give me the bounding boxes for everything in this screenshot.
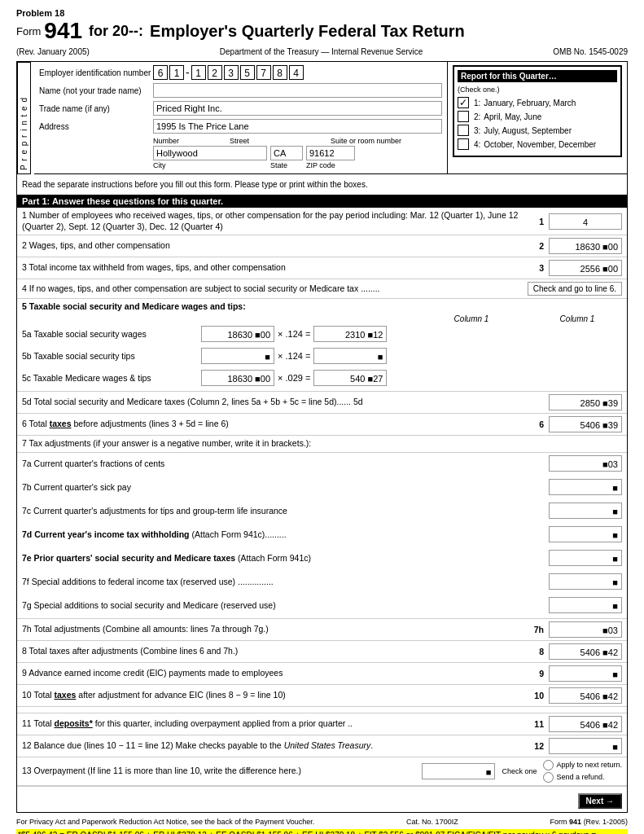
line12-ustreasury: United States Treasury xyxy=(284,740,371,750)
line7g-inner: 7g Special additions to social security … xyxy=(22,597,622,613)
zip-input[interactable] xyxy=(306,146,355,160)
line5b-row: 5b Taxable social security tips ■ × .124… xyxy=(17,345,627,367)
line12-text: 12 Balance due (lines 10 − 11 = line 12)… xyxy=(22,740,528,752)
line9-value: ■ xyxy=(549,665,622,682)
line3-num: 3 xyxy=(532,263,544,273)
preprinted-label: P r e p r i n t e d xyxy=(17,62,31,174)
line5a-col2: 2310 ■12 xyxy=(313,326,387,342)
quarter-row-2: 2: April, May, June xyxy=(458,111,617,122)
line5c-label: 5c Taxable Medicare wages & tips xyxy=(22,373,201,383)
line7f-label: 7f Special additions to federal income t… xyxy=(22,577,549,586)
line7e-bold: 7e Prior quarters' social security and M… xyxy=(22,553,235,563)
line5-header-text: 5 Taxable social security and Medicare w… xyxy=(22,301,246,311)
suite-label: Suite or room number xyxy=(331,137,401,145)
q3-num: 3: xyxy=(474,126,480,135)
ein-digit-8: 8 xyxy=(273,65,287,80)
line13-value: ■ xyxy=(422,763,495,779)
line8-text: 8 Total taxes after adjustments (Combine… xyxy=(22,646,528,657)
address-input[interactable] xyxy=(153,119,442,134)
next-button[interactable]: Next → xyxy=(578,793,622,809)
checkbox-q3[interactable] xyxy=(458,125,469,136)
line9-num: 9 xyxy=(532,669,544,678)
line8-value: 5406 ■42 xyxy=(549,643,622,660)
city-input[interactable] xyxy=(153,146,267,160)
footer-rev: (Rev. 1-2005) xyxy=(584,818,628,826)
checkbox-q1[interactable]: ✓ xyxy=(458,97,469,108)
line5d-row: 5d Total social security and Medicare ta… xyxy=(17,392,627,414)
line7d-value: ■ xyxy=(549,526,622,542)
address-city-row xyxy=(153,146,442,160)
address-row: Address xyxy=(39,119,442,134)
line5a-mult: × .124 = xyxy=(278,329,310,339)
state-label: State xyxy=(270,161,303,169)
apply-next-radio[interactable] xyxy=(543,760,554,770)
right-section: Report for this Quarter… (Check one.) ✓ … xyxy=(448,62,627,173)
quarter-row-1: ✓ 1: January, February, March xyxy=(458,97,617,108)
yellow-note: *$5,406.42 = ER OASDI $1,155.06 + ER HI … xyxy=(16,829,628,834)
line7c-inner: 7c Current quarter's adjustments for tip… xyxy=(22,503,622,519)
line7e-label: 7e Prior quarters' social security and M… xyxy=(22,553,549,563)
line10-num: 10 xyxy=(532,691,544,700)
checkbox-q4[interactable] xyxy=(458,138,469,150)
quarter-row-3: 3: July, August, September xyxy=(458,125,617,136)
line5d-value: 2850 ■39 xyxy=(549,394,622,410)
line6-row: 6 Total taxes before adjustments (lines … xyxy=(17,414,627,436)
form-header: Form 941 for 20--: Employer's Quarterly … xyxy=(16,18,628,44)
employer-section: Employer identification number 6 1 - 1 2… xyxy=(34,62,627,174)
line3-text: 3 Total income tax withheld from wages, … xyxy=(22,262,528,274)
line7d-label: 7d Current year's income tax withholding… xyxy=(22,529,549,539)
employer-fields: Employer identification number 6 1 - 1 2… xyxy=(34,62,627,174)
apply-next-text: Apply to next return. xyxy=(556,761,622,769)
form-word: Form xyxy=(16,25,41,37)
line7b-value: ■ xyxy=(549,479,622,495)
line5b-inner: 5b Taxable social security tips ■ × .124… xyxy=(22,348,622,364)
city-label: City xyxy=(153,161,267,169)
address-labels-row: Number Street Suite or room number xyxy=(153,137,442,145)
ein-digit-1: 6 xyxy=(153,65,168,80)
line5b-mult: × .124 = xyxy=(278,351,310,361)
apply-next-label: Apply to next return. xyxy=(543,760,622,770)
form-title: Employer's Quarterly Federal Tax Return xyxy=(150,22,465,41)
q1-label: January, February, March xyxy=(484,99,576,108)
ein-boxes: 6 1 - 1 2 3 5 7 8 4 xyxy=(153,65,304,80)
part1-header: Part 1: Answer these questions for this … xyxy=(17,195,627,208)
name-row: Name (not your trade name) xyxy=(39,83,442,98)
line5b-col2: ■ xyxy=(313,348,387,364)
line7e-row: 7e Prior quarters' social security and M… xyxy=(17,547,627,571)
line5c-inner: 5c Taxable Medicare wages & tips 18630 ■… xyxy=(22,370,622,386)
line11-text: 11 Total deposits* for this quarter, inc… xyxy=(22,718,528,730)
line6-num: 6 xyxy=(532,419,544,429)
line2-text: 2 Wages, tips, and other compensation xyxy=(22,240,528,252)
line11-row: 11 Total deposits* for this quarter, inc… xyxy=(17,713,627,735)
line7h-text: 7h Total adjustments (Combine all amount… xyxy=(22,624,528,635)
line11-deposits: deposits* xyxy=(55,718,93,728)
line7b-label: 7b Current quarter's sick pay xyxy=(22,482,549,492)
line3-row: 3 Total income tax withheld from wages, … xyxy=(17,257,627,279)
footer-cat: Cat. No. 1700IZ xyxy=(406,818,458,826)
trade-input[interactable] xyxy=(153,101,442,116)
line10-text: 10 Total taxes after adjustment for adva… xyxy=(22,690,528,701)
line11-num: 11 xyxy=(532,719,544,729)
line13-text: 13 Overpayment (If line 11 is more than … xyxy=(22,766,422,777)
line7a-label: 7a Current quarter's fractions of cents xyxy=(22,459,549,468)
send-refund-radio[interactable] xyxy=(543,772,554,783)
line13-row: 13 Overpayment (If line 11 is more than … xyxy=(17,757,627,786)
line7f-value: ■ xyxy=(549,573,622,590)
report-box: Report for this Quarter… (Check one.) ✓ … xyxy=(453,65,622,157)
footer-form: Form 941 (Rev. 1-2005) xyxy=(550,818,628,826)
form-subtitle: (Rev. January 2005) Department of the Tr… xyxy=(16,47,628,56)
line10-row: 10 Total taxes after adjustment for adva… xyxy=(17,685,627,707)
state-input[interactable] xyxy=(270,146,303,160)
checkbox-q2[interactable] xyxy=(458,111,469,122)
line2-row: 2 Wages, tips, and other compensation 2 … xyxy=(17,235,627,257)
line12-num: 12 xyxy=(532,741,544,751)
name-input[interactable] xyxy=(153,83,442,98)
report-title: Report for this Quarter… xyxy=(458,70,617,82)
line12-value: ■ xyxy=(549,738,622,754)
line7g-value: ■ xyxy=(549,597,622,613)
line3-value: 2556 ■00 xyxy=(549,260,622,276)
line7h-row: 7h Total adjustments (Combine all amount… xyxy=(17,619,627,641)
line7-header-text: 7 Tax adjustments (if your answer is a n… xyxy=(22,438,311,448)
line4-text: 4 If no wages, tips, and other compensat… xyxy=(22,283,528,295)
line7b-inner: 7b Current quarter's sick pay ■ xyxy=(22,479,622,495)
